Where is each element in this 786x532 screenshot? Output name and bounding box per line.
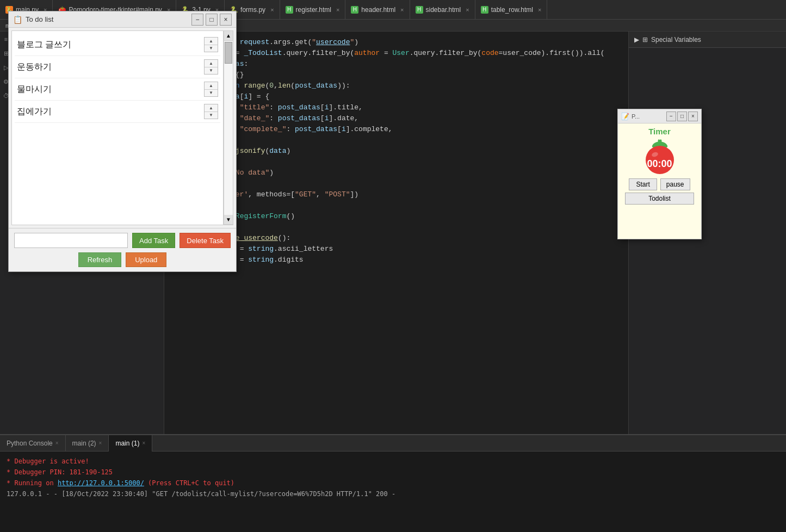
pom-tomato: 00:00: [641, 138, 679, 176]
todo-item-2-text: 운동하기: [17, 61, 201, 73]
todo-item-3: 물마시기 ▲ ▼: [15, 78, 220, 101]
todo-item-3-down[interactable]: ▼: [205, 90, 218, 97]
todo-item-3-up[interactable]: ▲: [205, 82, 218, 90]
todo-item-2-down[interactable]: ▼: [205, 67, 218, 75]
upload-button[interactable]: Upload: [126, 252, 166, 267]
todo-win-controls: − □ ×: [191, 14, 232, 26]
terminal-link[interactable]: http://127.0.0.1:5000/: [58, 479, 144, 487]
todo-item-3-text: 물마시기: [17, 84, 201, 95]
todo-input-field[interactable]: [14, 233, 128, 248]
scroll-track: [224, 41, 233, 215]
todo-item-1: 블로그 글쓰기 ▲ ▼: [15, 34, 220, 56]
pom-maximize-button[interactable]: □: [677, 112, 687, 121]
todo-titlebar: 📋 To do list − □ ×: [9, 11, 236, 28]
tab-register[interactable]: H register.html ×: [280, 0, 346, 20]
tab-header-label: header.html: [361, 6, 395, 14]
todo-input-row: Add Task Delete Task: [14, 233, 231, 248]
todo-title-icon: 📋: [13, 15, 22, 24]
terminal-tab-python-console-label: Python Console: [7, 440, 53, 447]
terminal-tab-main-1[interactable]: main (1) ×: [109, 435, 152, 451]
pom-controls: − □ ×: [666, 112, 698, 121]
terminal-tab-main-1-close[interactable]: ×: [142, 440, 145, 446]
todo-item-2-up[interactable]: ▲: [205, 60, 218, 67]
todo-item-1-up[interactable]: ▲: [205, 38, 218, 45]
todo-action-row: Refresh Upload: [14, 252, 231, 267]
todo-item-4: 집에가기 ▲ ▼: [15, 101, 220, 123]
refresh-button[interactable]: Refresh: [78, 252, 122, 267]
pom-titlebar: 📝 P... − □ ×: [618, 109, 701, 123]
terminal-line-1: * Debugger is active!: [7, 456, 779, 467]
todo-minimize-button[interactable]: −: [191, 14, 203, 26]
todo-item-1-down[interactable]: ▼: [205, 45, 218, 52]
pom-start-button[interactable]: Start: [629, 178, 657, 190]
scroll-arrow-up[interactable]: ▲: [224, 31, 233, 41]
todo-item-1-text: 블로그 글쓰기: [17, 39, 201, 51]
pom-close-button[interactable]: ×: [688, 112, 698, 121]
todo-window: 📋 To do list − □ × 블로그 글쓰기 ▲ ▼ 운동하기 ▲ ▼: [8, 11, 237, 272]
right-panel-header[interactable]: ▶ ⊞ Special Variables: [629, 32, 786, 48]
terminal-content: * Debugger is active! * Debugger PIN: 18…: [0, 451, 786, 504]
tab-header-close[interactable]: ×: [400, 7, 404, 13]
pom-body: Timer 00:00 Start pause Todolist: [618, 123, 701, 239]
tab-sidebar-close[interactable]: ×: [466, 7, 469, 13]
scroll-arrow-down[interactable]: ▼: [224, 215, 233, 225]
terminal-tab-main-2-label: main (2): [72, 440, 96, 447]
terminal-tab-python-console[interactable]: Python Console ×: [0, 435, 66, 451]
terminal-line-3-prefix: * Running on: [7, 479, 58, 487]
tab-sidebar-label: sidebar.html: [426, 6, 461, 14]
terminal-line-3-suffix: (Press CTRL+C to quit): [148, 479, 234, 487]
terminal-tab-main-2[interactable]: main (2) ×: [66, 435, 109, 451]
todo-item-4-up[interactable]: ▲: [205, 104, 218, 112]
special-vars-label: Special Variables: [651, 36, 701, 44]
tab-table-row[interactable]: H table_row.html ×: [475, 0, 548, 20]
todo-item-2: 운동하기 ▲ ▼: [15, 56, 220, 78]
todo-item-4-down[interactable]: ▼: [205, 112, 218, 119]
terminal-line-3: * Running on http://127.0.0.1:5000/ (Pre…: [7, 478, 779, 488]
pom-title-icon: 📝: [621, 113, 629, 120]
todo-footer: Add Task Delete Task Refresh Upload: [9, 228, 236, 271]
pom-minimize-button[interactable]: −: [666, 112, 676, 121]
todo-item-1-arrows[interactable]: ▲ ▼: [204, 37, 218, 52]
pom-pause-button[interactable]: pause: [660, 178, 690, 190]
todo-list-area: 블로그 글쓰기 ▲ ▼ 운동하기 ▲ ▼ 물마시기 ▲ ▼: [11, 30, 224, 225]
pom-title-text: P...: [632, 113, 664, 120]
terminal-tab-main-2-close[interactable]: ×: [99, 440, 102, 446]
todo-item-4-text: 집에가기: [17, 106, 201, 117]
terminal-line-2: * Debugger PIN: 181-190-125: [7, 467, 779, 478]
pom-btn-row: Start pause: [629, 178, 690, 190]
tab-sidebar[interactable]: H sidebar.html ×: [410, 0, 475, 20]
todo-close-button[interactable]: ×: [220, 14, 232, 26]
special-vars-icon: ⊞: [642, 36, 648, 44]
tab-register-label: register.html: [296, 6, 331, 14]
delete-task-button[interactable]: Delete Task: [180, 233, 231, 248]
todo-item-3-arrows[interactable]: ▲ ▼: [204, 82, 218, 97]
pomodoro-window: 📝 P... − □ × Timer 00:00 S: [617, 109, 702, 239]
right-panel-expand-icon[interactable]: ▶: [634, 36, 639, 44]
todo-item-4-arrows[interactable]: ▲ ▼: [204, 104, 218, 119]
terminal-area: Python Console × main (2) × main (1) × *…: [0, 434, 786, 532]
todo-title-text: To do list: [26, 15, 191, 23]
todo-item-2-arrows[interactable]: ▲ ▼: [204, 59, 218, 75]
todo-scrollbar[interactable]: ▲ ▼: [224, 30, 233, 225]
tab-table-row-label: table_row.html: [491, 6, 533, 14]
tab-table-row-close[interactable]: ×: [538, 7, 541, 13]
terminal-tabs: Python Console × main (2) × main (1) ×: [0, 435, 786, 451]
terminal-tab-python-console-close[interactable]: ×: [55, 440, 59, 446]
tab-forms-close[interactable]: ×: [270, 7, 274, 13]
tomato-svg: [641, 138, 679, 176]
scroll-thumb[interactable]: [225, 42, 232, 64]
tab-forms-label: forms.py: [240, 6, 265, 14]
tab-register-close[interactable]: ×: [336, 7, 339, 13]
pom-time-display: 00:00: [647, 158, 672, 170]
pom-todolist-button[interactable]: Todolist: [625, 193, 694, 205]
pom-timer-label: Timer: [648, 127, 671, 136]
add-task-button[interactable]: Add Task: [132, 233, 175, 248]
todo-body: 블로그 글쓰기 ▲ ▼ 운동하기 ▲ ▼ 물마시기 ▲ ▼: [9, 28, 236, 228]
todo-maximize-button[interactable]: □: [206, 14, 218, 26]
tab-header[interactable]: H header.html ×: [345, 0, 410, 20]
terminal-tab-main-1-label: main (1): [115, 440, 139, 447]
terminal-line-4: 127.0.0.1 - - [18/Oct/2022 23:30:40] "GE…: [7, 488, 779, 499]
